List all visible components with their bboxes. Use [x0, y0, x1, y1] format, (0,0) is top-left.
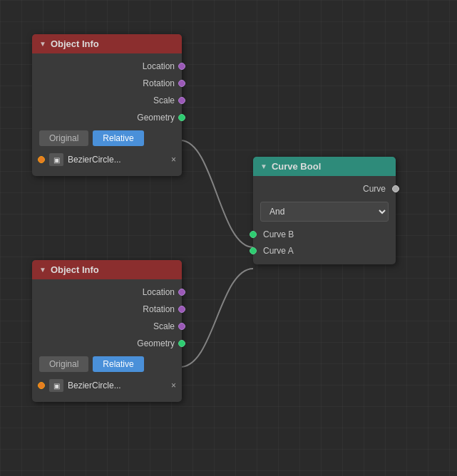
node-header-2: ▼ Object Info: [32, 260, 182, 279]
socket-geometry-2: Geometry: [32, 335, 182, 352]
btn-original-1[interactable]: Original: [39, 130, 88, 146]
socket-label-curve-b: Curve B: [263, 229, 294, 239]
socket-curve-output: Curve: [253, 180, 396, 197]
node-title-1: Object Info: [51, 38, 99, 49]
object-info-node-2: ▼ Object Info Location Rotation Scale Ge…: [32, 260, 182, 402]
object-name-2[interactable]: BezierCircle...: [68, 381, 167, 390]
socket-label-geometry-1: Geometry: [137, 113, 175, 123]
mode-buttons-1: Original Relative: [32, 126, 182, 150]
socket-label-scale-2: Scale: [153, 321, 175, 331]
node-header-1: ▼ Object Info: [32, 34, 182, 53]
socket-dot-geometry-2[interactable]: [178, 340, 185, 347]
node-title-2: Object Info: [51, 264, 99, 275]
collapse-arrow-curvebool[interactable]: ▼: [260, 162, 267, 170]
socket-location-2: Location: [32, 284, 182, 301]
socket-scale-1: Scale: [32, 92, 182, 109]
socket-dot-geometry-1[interactable]: [178, 114, 185, 121]
socket-curve-a: Curve A: [253, 243, 396, 260]
btn-relative-2[interactable]: Relative: [93, 356, 143, 372]
socket-label-scale-1: Scale: [153, 95, 175, 105]
socket-label-curve-a: Curve A: [263, 246, 294, 256]
object-dot-2: [38, 382, 45, 389]
socket-dot-curve-out[interactable]: [392, 185, 399, 192]
socket-dot-rotation-2[interactable]: [178, 306, 185, 313]
socket-dot-scale-2[interactable]: [178, 323, 185, 330]
btn-relative-1[interactable]: Relative: [93, 130, 143, 146]
node-header-curvebool: ▼ Curve Bool: [253, 157, 396, 176]
socket-label-rotation-1: Rotation: [143, 78, 175, 88]
socket-label-location-2: Location: [143, 287, 175, 297]
btn-original-2[interactable]: Original: [39, 356, 88, 372]
socket-location-1: Location: [32, 58, 182, 75]
object-close-1[interactable]: ×: [171, 155, 176, 165]
collapse-arrow-2[interactable]: ▼: [39, 266, 46, 274]
bool-operation-select[interactable]: And Or Not: [260, 202, 389, 222]
mode-buttons-2: Original Relative: [32, 352, 182, 376]
socket-label-geometry-2: Geometry: [137, 338, 175, 348]
object-picker-2: ▣ BezierCircle... ×: [32, 376, 182, 398]
curve-bool-node: ▼ Curve Bool Curve And Or Not Curve B Cu…: [253, 157, 396, 264]
socket-label-curve-out: Curve: [363, 184, 386, 194]
collapse-arrow-1[interactable]: ▼: [39, 40, 46, 48]
object-info-node-1: ▼ Object Info Location Rotation Scale Ge…: [32, 34, 182, 176]
socket-dot-curve-a[interactable]: [250, 247, 257, 254]
dropdown-row: And Or Not: [253, 197, 396, 226]
socket-dot-location-1[interactable]: [178, 63, 185, 70]
socket-label-rotation-2: Rotation: [143, 304, 175, 314]
socket-dot-curve-b[interactable]: [250, 231, 257, 238]
socket-rotation-2: Rotation: [32, 301, 182, 318]
socket-rotation-1: Rotation: [32, 75, 182, 92]
socket-geometry-1: Geometry: [32, 109, 182, 126]
object-picker-1: ▣ BezierCircle... ×: [32, 150, 182, 172]
object-close-2[interactable]: ×: [171, 381, 176, 390]
object-icon-1: ▣: [49, 153, 63, 166]
socket-dot-rotation-1[interactable]: [178, 80, 185, 87]
socket-dot-location-2[interactable]: [178, 289, 185, 296]
object-icon-2: ▣: [49, 379, 63, 392]
socket-dot-scale-1[interactable]: [178, 97, 185, 104]
socket-curve-b: Curve B: [253, 226, 396, 243]
socket-label-location-1: Location: [143, 61, 175, 71]
object-name-1[interactable]: BezierCircle...: [68, 155, 167, 165]
socket-scale-2: Scale: [32, 318, 182, 335]
object-dot-1: [38, 156, 45, 163]
node-title-curvebool: Curve Bool: [272, 161, 321, 172]
